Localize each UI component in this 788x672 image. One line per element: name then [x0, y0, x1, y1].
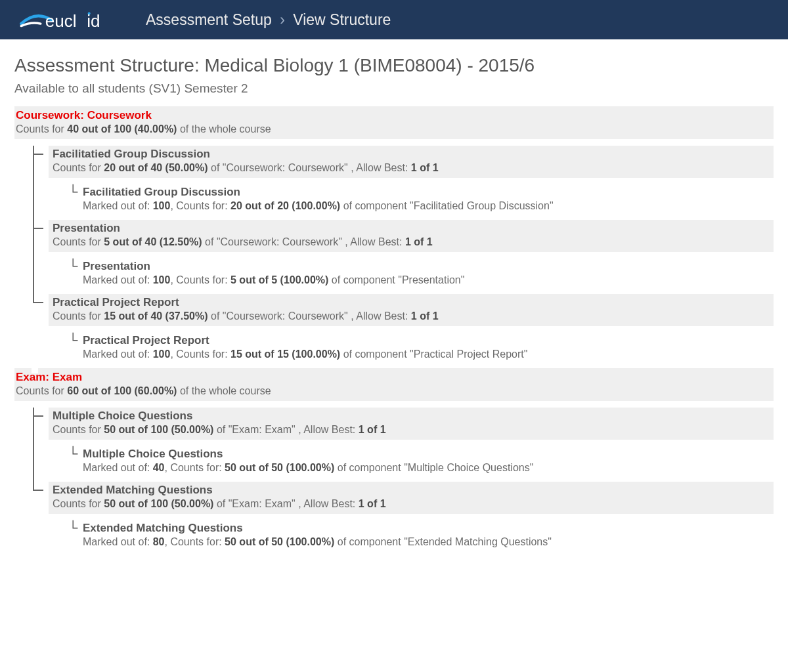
item-title: Extended Matching Questions — [83, 522, 774, 535]
assessment-section-header: Coursework: Coursework Counts for 40 out… — [14, 106, 774, 139]
component-header: Extended Matching Questions Counts for 5… — [49, 482, 774, 514]
component-weight: Counts for 5 out of 40 (12.50%) of "Cour… — [53, 236, 770, 248]
breadcrumb-current: View Structure — [293, 11, 391, 28]
component-title: Facilitatied Group Discussion — [53, 148, 770, 161]
component-header: Facilitatied Group Discussion Counts for… — [49, 146, 774, 178]
tree-corner-icon: └ — [68, 259, 77, 274]
euclid-logo-icon: eucl id — [14, 7, 126, 33]
component-header: Practical Project Report Counts for 15 o… — [49, 294, 774, 326]
item-detail: Marked out of: 80, Counts for: 50 out of… — [83, 536, 774, 548]
item-title: Presentation — [83, 260, 774, 273]
item-detail: Marked out of: 100, Counts for: 15 out o… — [83, 348, 774, 360]
component-tree: Facilitatied Group Discussion Counts for… — [29, 146, 774, 360]
app-header: eucl id Assessment Setup › View Structur… — [0, 0, 788, 39]
item-title: Facilitatied Group Discussion — [83, 186, 774, 199]
section-title: Coursework: Coursework — [16, 109, 772, 122]
item-title: Practical Project Report — [83, 334, 774, 347]
assessment-item: └ Practical Project Report Marked out of… — [68, 334, 774, 360]
item-title: Multiple Choice Questions — [83, 448, 774, 461]
component-weight: Counts for 50 out of 100 (50.00%) of "Ex… — [53, 424, 770, 436]
component-header: Presentation Counts for 5 out of 40 (12.… — [49, 220, 774, 252]
assessment-item: └ Extended Matching Questions Marked out… — [68, 522, 774, 548]
page-subtitle: Available to all students (SV1) Semester… — [14, 81, 774, 96]
breadcrumb-separator-icon: › — [280, 11, 285, 28]
component: Multiple Choice Questions Counts for 50 … — [29, 408, 774, 474]
component-weight: Counts for 50 out of 100 (50.00%) of "Ex… — [53, 498, 770, 510]
component: Facilitatied Group Discussion Counts for… — [29, 146, 774, 212]
tree-corner-icon: └ — [68, 520, 77, 536]
component-weight: Counts for 20 out of 40 (50.00%) of "Cou… — [53, 162, 770, 174]
section-title: Exam: Exam — [16, 371, 772, 384]
assessment-item: └ Presentation Marked out of: 100, Count… — [68, 260, 774, 286]
item-detail: Marked out of: 40, Counts for: 50 out of… — [83, 462, 774, 474]
item-detail: Marked out of: 100, Counts for: 20 out o… — [83, 200, 774, 212]
component-title: Extended Matching Questions — [53, 484, 770, 497]
breadcrumb: Assessment Setup › View Structure — [146, 11, 391, 29]
component: Presentation Counts for 5 out of 40 (12.… — [29, 220, 774, 286]
assessment-section-header: Exam: Exam Counts for 60 out of 100 (60.… — [14, 368, 774, 401]
component: Extended Matching Questions Counts for 5… — [29, 482, 774, 548]
tree-corner-icon: └ — [68, 333, 77, 348]
assessment-item: └ Multiple Choice Questions Marked out o… — [68, 448, 774, 474]
svg-text:id: id — [87, 11, 100, 31]
component-title: Multiple Choice Questions — [53, 410, 770, 423]
brand-logo: eucl id — [14, 7, 126, 33]
tree-corner-icon: └ — [68, 446, 77, 461]
page-title: Assessment Structure: Medical Biology 1 … — [14, 55, 774, 76]
component-title: Practical Project Report — [53, 296, 770, 309]
component: Practical Project Report Counts for 15 o… — [29, 294, 774, 360]
section-weight: Counts for 60 out of 100 (60.00%) of the… — [16, 385, 772, 397]
item-detail: Marked out of: 100, Counts for: 5 out of… — [83, 274, 774, 286]
main-content: Assessment Structure: Medical Biology 1 … — [0, 39, 788, 572]
assessment-item: └ Facilitatied Group Discussion Marked o… — [68, 186, 774, 212]
svg-text:eucl: eucl — [45, 11, 77, 31]
tree-corner-icon: └ — [68, 184, 77, 200]
component-weight: Counts for 15 out of 40 (37.50%) of "Cou… — [53, 310, 770, 322]
component-title: Presentation — [53, 222, 770, 235]
component-header: Multiple Choice Questions Counts for 50 … — [49, 408, 774, 440]
section-weight: Counts for 40 out of 100 (40.00%) of the… — [16, 123, 772, 135]
breadcrumb-root[interactable]: Assessment Setup — [146, 11, 272, 28]
component-tree: Multiple Choice Questions Counts for 50 … — [29, 408, 774, 548]
